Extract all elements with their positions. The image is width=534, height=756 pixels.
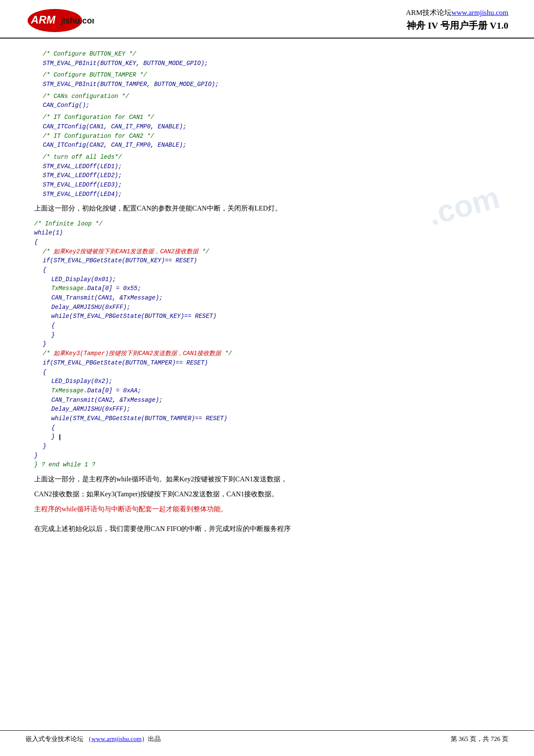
content-area: /* Configure BUTTON_KEY */ STM_EVAL_PBIn…	[0, 43, 534, 563]
led-display-2: LED_Display(0x2);	[51, 377, 500, 386]
logo-area: ARM jishu.com	[26, 8, 94, 33]
code-comment-3: /* Configure BUTTON_TAMPER */	[43, 71, 500, 80]
if-comment-1: /* 如果Key2按键被按下则CAN1发送数据，CAN2接收数据 */	[43, 247, 500, 257]
brace-close: }	[34, 451, 500, 461]
code-block-5: /* turn off all leds*/ STM_EVAL_LEDOff(L…	[43, 153, 500, 199]
brace4: }	[51, 331, 500, 340]
code-line-12: STM_EVAL_LEDOff(LED1);	[43, 162, 500, 172]
tx-data-2: TxMessage.Data[0] = 0xAA;	[51, 386, 500, 396]
brace2: {	[43, 266, 500, 275]
code-line-13: STM_EVAL_LEDOff(LED2);	[43, 171, 500, 181]
code-line-2: STM_EVAL_PBInit(BUTTON_KEY, BUTTON_MODE_…	[43, 59, 500, 68]
delay-1: Delay_ARMJISHU(0xFFF);	[51, 303, 500, 312]
if1: if(STM_EVAL_PBGetState(BUTTON_KEY)== RES…	[43, 256, 500, 266]
desc-2-line2: CAN2接收数据；如果Key3(Tamper)按键按下则CAN2发送数据，CAN…	[34, 488, 500, 500]
if-comment-2: /* 如果Key3(Tamper)按键按下则CAN2发送数据，CAN1接收数据 …	[43, 349, 500, 359]
led-display-1: LED_Display(0x01);	[51, 275, 500, 285]
logo-image: ARM jishu.com	[26, 8, 94, 33]
site-link[interactable]: www.armjishu.com	[451, 9, 508, 17]
code-comment-7: /* IT Configuration for CAN1 */	[43, 113, 500, 122]
code-block-2: /* Configure BUTTON_TAMPER */ STM_EVAL_P…	[43, 71, 500, 89]
tx-data-1: TxMessage.Data[0] = 0x55;	[51, 284, 500, 294]
desc-2-line1: 上面这一部分，是主程序的while循环语句。如果Key2按键被按下则CAN1发送…	[34, 473, 500, 485]
code-block-infinite: /* Infinite loop */ while(1) { /* 如果Key2…	[34, 219, 500, 470]
footer-url[interactable]: www.armjishu.com	[91, 735, 142, 742]
desc-2-red: 主程序的while循环语句与中断语句配套一起才能看到整体功能。	[34, 503, 500, 515]
can-transmit-1: CAN_Transmit(CAN1, &TxMessage);	[51, 294, 500, 303]
code-comment-1: /* Configure BUTTON_KEY */	[43, 50, 500, 59]
while-inner-2: while(STM_EVAL_PBGetState(BUTTON_TAMPER)…	[51, 414, 500, 424]
code-block-4: /* IT Configuration for CAN1 */ CAN_ITCo…	[43, 113, 500, 150]
footer-right: 第 365 页，共 726 页	[451, 735, 508, 743]
code-line-6: CAN_Config();	[43, 101, 500, 110]
svg-text:ARM: ARM	[30, 14, 56, 26]
if2: if(STM_EVAL_PBGetState(BUTTON_TAMPER)== …	[43, 359, 500, 368]
header: ARM jishu.com ARM技术论坛www.armjishu.com 神舟…	[0, 0, 534, 39]
page-container: .com ARM jishu.com ARM技术论坛www.armjishu.c…	[0, 0, 534, 756]
footer: 嵌入式专业技术论坛 （www.armjishu.com）出品 第 365 页，共…	[0, 730, 534, 743]
code-comment-11: /* turn off all leds*/	[43, 153, 500, 162]
site-line: ARM技术论坛www.armjishu.com	[406, 8, 508, 18]
footer-left-suffix: ）出品	[142, 735, 161, 742]
code-line-15: STM_EVAL_LEDOff(LED4);	[43, 190, 500, 199]
brace-open: {	[34, 238, 500, 247]
svg-text:jishu.com: jishu.com	[60, 16, 94, 25]
code-line-4: STM_EVAL_PBInit(BUTTON_TAMPER, BUTTON_MO…	[43, 80, 500, 89]
code-line-10: CAN_ITConfig(CAN2, CAN_IT_FMP0, ENABLE);	[43, 141, 500, 150]
brace6: {	[43, 368, 500, 377]
brace9: }	[43, 442, 500, 451]
code-block-1: /* Configure BUTTON_KEY */ STM_EVAL_PBIn…	[43, 50, 500, 68]
brace5: }	[43, 340, 500, 349]
can-transmit-2: CAN_Transmit(CAN2, &TxMessage);	[51, 396, 500, 405]
while-inner-1: while(STM_EVAL_PBGetState(BUTTON_KEY)== …	[51, 312, 500, 321]
header-right: ARM技术论坛www.armjishu.com 神舟 IV 号用户手册 V1.0	[406, 8, 508, 32]
code-line-8: CAN_ITConfig(CAN1, CAN_IT_FMP0, ENABLE);	[43, 122, 500, 132]
brace3: {	[51, 321, 500, 331]
page-title: 神舟 IV 号用户手册 V1.0	[406, 19, 508, 32]
footer-left: 嵌入式专业技术论坛 （www.armjishu.com）出品	[26, 735, 161, 743]
code-line-14: STM_EVAL_LEDOff(LED3);	[43, 181, 500, 190]
while1: while(1)	[34, 228, 500, 238]
footer-left-text: 嵌入式专业技术论坛 （	[26, 735, 91, 742]
infinite-comment: /* Infinite loop */	[34, 219, 500, 229]
delay-2: Delay_ARMJISHU(0xFFF);	[51, 405, 500, 414]
code-comment-9: /* IT Configuration for CAN2 */	[43, 132, 500, 141]
text-cursor	[59, 434, 60, 440]
site-text: ARM技术论坛	[406, 9, 451, 17]
brace8: }	[51, 433, 500, 442]
desc-3: 在完成上述初始化以后，我们需要使用CAN FIFO的中断，并完成对应的中断服务程…	[34, 523, 500, 534]
end-comment: } ? end while 1 ?	[34, 460, 500, 470]
brace7: {	[51, 424, 500, 433]
code-block-3: /* CANs configuration */ CAN_Config();	[43, 92, 500, 110]
code-comment-5: /* CANs configuration */	[43, 92, 500, 101]
desc-1: 上面这一部分，初始化按键，配置CAN的参数并使能CAN中断，关闭所有LED灯。	[34, 202, 500, 214]
